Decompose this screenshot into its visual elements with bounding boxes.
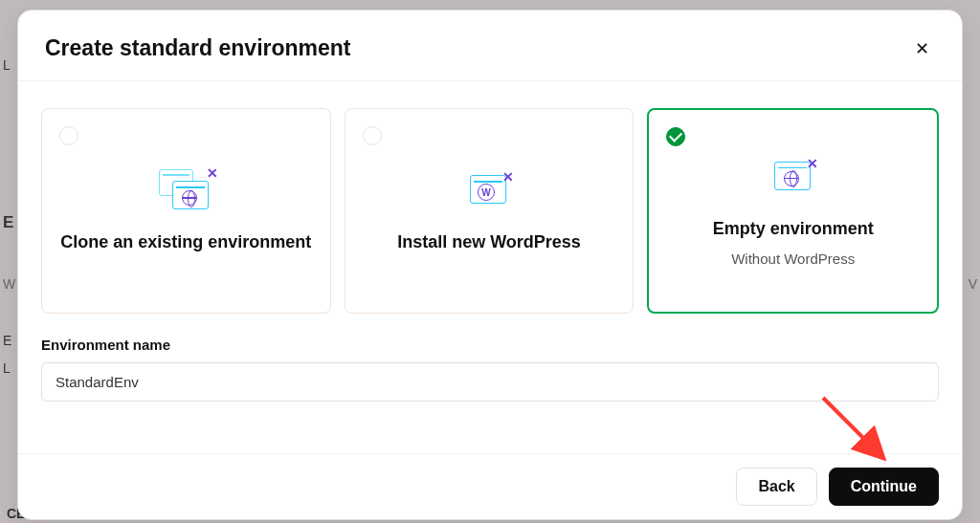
clone-icon: ✕ bbox=[159, 169, 212, 211]
option-title: Install new WordPress bbox=[397, 232, 581, 252]
radio-unchecked-icon bbox=[59, 126, 78, 145]
option-empty-environment[interactable]: ✕ Empty environment Without WordPress bbox=[647, 108, 939, 314]
option-install-wordpress[interactable]: W ✕ Install new WordPress bbox=[345, 108, 635, 314]
environment-name-field: Environment name bbox=[41, 337, 939, 402]
option-subtitle: Without WordPress bbox=[731, 251, 855, 267]
option-clone-existing[interactable]: ✕ Clone an existing environment bbox=[41, 108, 331, 314]
modal-footer: Back Continue bbox=[18, 453, 962, 519]
close-icon: ✕ bbox=[915, 39, 929, 58]
radio-checked-icon bbox=[666, 127, 685, 146]
empty-env-icon: ✕ bbox=[767, 156, 820, 198]
create-environment-modal: Create standard environment ✕ ✕ Clone an… bbox=[17, 10, 963, 520]
modal-title: Create standard environment bbox=[45, 35, 351, 61]
modal-header: Create standard environment ✕ bbox=[18, 11, 962, 81]
modal-body: ✕ Clone an existing environment W ✕ Inst… bbox=[18, 81, 962, 426]
wordpress-icon: W ✕ bbox=[462, 169, 516, 211]
option-title: Empty environment bbox=[713, 219, 874, 239]
continue-button[interactable]: Continue bbox=[829, 468, 939, 506]
environment-options: ✕ Clone an existing environment W ✕ Inst… bbox=[41, 108, 939, 314]
back-button[interactable]: Back bbox=[736, 468, 816, 506]
close-button[interactable]: ✕ bbox=[911, 36, 933, 61]
radio-unchecked-icon bbox=[363, 126, 382, 145]
environment-name-input[interactable] bbox=[41, 362, 939, 402]
field-label: Environment name bbox=[41, 337, 939, 353]
option-title: Clone an existing environment bbox=[60, 232, 311, 252]
